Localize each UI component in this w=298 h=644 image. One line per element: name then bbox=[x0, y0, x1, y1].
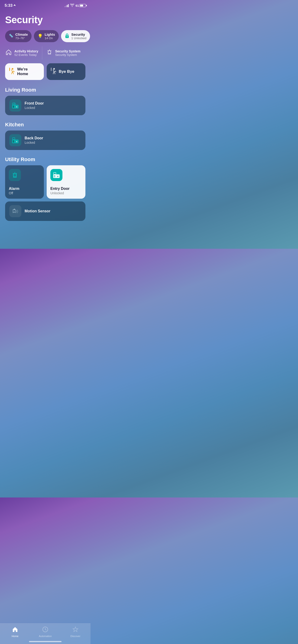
svg-marker-0 bbox=[14, 4, 16, 6]
battery-bar bbox=[79, 4, 86, 7]
svg-rect-14 bbox=[13, 140, 14, 142]
alarm-svg bbox=[46, 49, 53, 56]
front-door-name: Front Door bbox=[25, 101, 44, 106]
page-title: Security bbox=[5, 14, 85, 26]
utility-room-devices: Alarm Off Entry Door Unlocked bbox=[0, 165, 91, 202]
security-system-stat[interactable]: Security System Security System bbox=[42, 46, 84, 60]
lights-label: Lights bbox=[45, 32, 55, 36]
security-label: Security bbox=[71, 32, 86, 36]
svg-point-19 bbox=[57, 176, 59, 177]
alarm-icon bbox=[9, 169, 21, 181]
svg-point-3 bbox=[67, 36, 68, 37]
away-mode-label: Bye Bye bbox=[59, 69, 74, 74]
entry-door-info: Entry Door Unlocked bbox=[50, 186, 70, 195]
away-mode-button[interactable]: Bye Bye bbox=[47, 63, 85, 80]
tab-security[interactable]: Security 1 Unlocked bbox=[61, 30, 90, 42]
home-mode-icon bbox=[9, 68, 15, 76]
lock-svg bbox=[65, 33, 69, 38]
battery-label: 61 bbox=[76, 4, 79, 8]
back-door-info: Back Door Locked bbox=[25, 136, 43, 144]
security-system-title: Security System bbox=[55, 50, 81, 53]
walk-home-svg bbox=[9, 68, 15, 74]
svg-rect-6 bbox=[51, 68, 52, 71]
entry-door-icon bbox=[50, 169, 63, 181]
activity-icon bbox=[5, 49, 12, 57]
alarm-info: Alarm Off bbox=[9, 186, 19, 195]
away-mode-icon bbox=[51, 68, 56, 76]
svg-rect-18 bbox=[54, 175, 55, 177]
entry-door-status: Unlocked bbox=[50, 191, 70, 195]
back-door-status: Locked bbox=[25, 141, 43, 144]
entry-door-name: Entry Door bbox=[50, 186, 70, 191]
motion-sensor-icon bbox=[9, 205, 21, 217]
fan-svg bbox=[9, 34, 14, 38]
svg-point-5 bbox=[12, 68, 14, 70]
alarm-name: Alarm bbox=[9, 186, 19, 191]
entry-door-card[interactable]: Entry Door Unlocked bbox=[47, 165, 85, 199]
status-bar: 5:33 61 bbox=[0, 0, 91, 10]
wifi-svg bbox=[70, 4, 74, 7]
section-utility-room: Utility Room bbox=[0, 154, 91, 165]
motion-sensor-section: Motion Sensor bbox=[0, 202, 91, 226]
back-door-card[interactable]: Back Door Locked bbox=[5, 130, 85, 150]
svg-rect-10 bbox=[13, 106, 14, 108]
svg-rect-12 bbox=[13, 138, 15, 140]
climate-label: Climate bbox=[15, 32, 28, 36]
svg-point-20 bbox=[14, 209, 15, 210]
kitchen-devices: Back Door Locked bbox=[0, 130, 91, 154]
status-icons: 61 bbox=[65, 4, 86, 8]
tab-climate[interactable]: Climate 73–76° bbox=[5, 30, 32, 42]
home-mode-button[interactable]: We're Home bbox=[5, 63, 44, 80]
front-door-icon bbox=[9, 100, 21, 112]
lock-front-svg bbox=[12, 102, 19, 109]
living-room-devices: Front Door Locked bbox=[0, 96, 91, 120]
svg-rect-16 bbox=[54, 172, 56, 174]
motion-sensor-info: Motion Sensor bbox=[25, 209, 50, 213]
alarm-status: Off bbox=[9, 191, 19, 195]
lights-icon: 💡 bbox=[38, 34, 43, 39]
activity-text: Activity History 52 Events Today bbox=[15, 50, 38, 56]
lock-back-svg bbox=[12, 137, 19, 144]
battery-icon: 61 bbox=[76, 4, 86, 8]
activity-title: Activity History bbox=[15, 50, 38, 53]
tabs-container[interactable]: Climate 73–76° 💡 Lights 14 On Security 1… bbox=[0, 28, 91, 46]
front-door-card[interactable]: Front Door Locked bbox=[5, 96, 85, 115]
svg-point-15 bbox=[16, 141, 18, 142]
lights-sub: 14 On bbox=[45, 36, 55, 40]
activity-sub: 52 Events Today bbox=[15, 53, 38, 56]
svg-point-7 bbox=[53, 68, 55, 70]
activity-stat[interactable]: Activity History 52 Events Today bbox=[5, 46, 42, 60]
svg-point-11 bbox=[16, 106, 18, 108]
section-kitchen: Kitchen bbox=[0, 120, 91, 130]
front-door-info: Front Door Locked bbox=[25, 101, 44, 110]
security-system-text: Security System Security System bbox=[55, 50, 81, 56]
motion-sensor-name: Motion Sensor bbox=[25, 209, 50, 213]
signal-icon bbox=[65, 4, 69, 7]
back-door-name: Back Door bbox=[25, 136, 43, 140]
climate-icon bbox=[9, 34, 14, 39]
security-sub: 1 Unlocked bbox=[71, 36, 86, 40]
alarm-device-svg bbox=[12, 172, 18, 178]
security-system-sub: Security System bbox=[55, 53, 81, 56]
home-mode-label: We're Home bbox=[17, 67, 40, 76]
walk-away-svg bbox=[51, 68, 56, 74]
battery-fill bbox=[80, 5, 83, 6]
mode-buttons: We're Home Bye Bye bbox=[0, 63, 91, 85]
back-door-icon bbox=[9, 134, 21, 146]
motion-sensor-card[interactable]: Motion Sensor bbox=[5, 202, 85, 221]
header: Security bbox=[0, 10, 91, 28]
wifi-icon bbox=[70, 4, 74, 8]
motion-svg bbox=[12, 208, 19, 215]
location-icon bbox=[14, 4, 16, 7]
alarm-card[interactable]: Alarm Off bbox=[5, 165, 44, 199]
home-svg bbox=[5, 49, 12, 56]
climate-sub: 73–76° bbox=[15, 36, 28, 40]
time-label: 5:33 bbox=[5, 3, 13, 8]
lock-entry-svg bbox=[53, 172, 60, 178]
security-system-icon bbox=[46, 49, 53, 57]
tab-lights[interactable]: 💡 Lights 14 On bbox=[34, 30, 59, 42]
status-time: 5:33 bbox=[5, 3, 16, 8]
svg-rect-4 bbox=[9, 68, 10, 71]
section-living-room: Living Room bbox=[0, 85, 91, 96]
front-door-status: Locked bbox=[25, 106, 44, 110]
